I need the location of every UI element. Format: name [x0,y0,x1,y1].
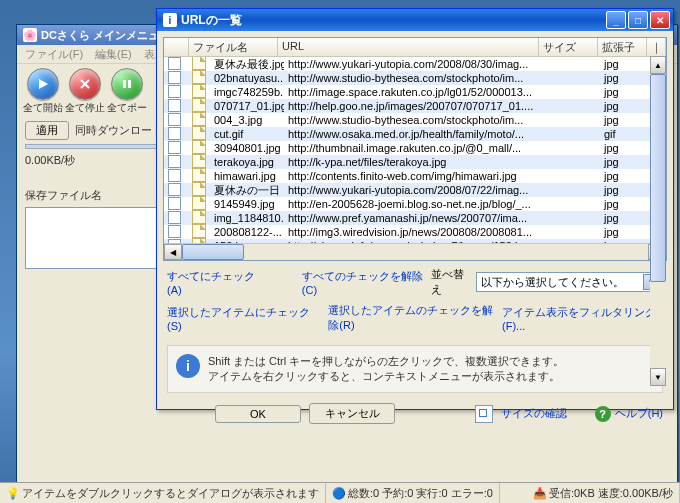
help-link[interactable]: ヘルプ(H) [615,406,663,421]
table-row[interactable]: img_1184810...http://www.pref.yamanashi.… [164,211,666,225]
uncheck-selected-link[interactable]: 選択したアイテムのチェックを解除(R) [328,303,502,333]
menu-file[interactable]: ファイル(F) [25,47,83,62]
listview-header[interactable]: ファイル名 URL サイズ 拡張子 ｜ [164,38,666,57]
svg-rect-3 [123,80,126,88]
row-checkbox[interactable] [168,239,181,244]
table-row[interactable]: 9145949.jpghttp://en-2005628-joemi.blog.… [164,197,666,211]
row-checkbox[interactable] [168,211,181,224]
size-check-link[interactable]: サイズの確認 [501,406,567,421]
cell-ext: jpg [600,198,648,210]
row-checkbox[interactable] [168,57,181,70]
file-icon [192,196,206,210]
uncheck-all-link[interactable]: すべてのチェックを解除(C) [302,269,431,296]
row-checkbox[interactable] [168,169,181,182]
cell-filename: imgc748259b... [210,86,284,98]
table-row[interactable]: 夏休みの一日 ...http://www.yukari-yutopia.com/… [164,183,666,197]
cell-url: http://k-ypa.net/files/terakoya.jpg [284,156,542,168]
table-row[interactable]: imgc748259b...http://image.space.rakuten… [164,85,666,99]
file-icon [192,224,206,238]
table-row[interactable]: himawari.jpghttp://contents.finito-web.c… [164,169,666,183]
status-counts: 総数:0 予約:0 実行:0 エラー:0 [348,486,493,501]
cell-url: http://www.pref.yamanashi.jp/news/200707… [284,212,542,224]
check-all-link[interactable]: すべてにチェック(A) [167,269,264,296]
col-filename[interactable]: ファイル名 [189,38,278,56]
svg-marker-0 [39,79,48,89]
cell-filename: 070717_01.jpg [210,100,284,112]
cell-ext: jpg [600,114,648,126]
cell-url: http://www.studio-bythesea.com/stockphot… [284,72,542,84]
scroll-thumb[interactable] [650,74,666,282]
table-row[interactable]: 02bnatuyasu...http://www.studio-bythesea… [164,71,666,85]
status-bar: 💡アイテムをダブルクリックするとダイアログが表示されます 🔵総数:0 予約:0 … [0,482,680,503]
status-net: 受信:0KB 速度:0.00KB/秒 [549,486,673,501]
maximize-button[interactable]: □ [628,11,648,29]
cell-url: http://help.goo.ne.jp/images/200707/0707… [284,100,542,112]
cancel-button[interactable]: キャンセル [309,403,395,424]
cell-ext: jpg [600,212,648,224]
app-icon: 🌸 [23,28,37,42]
table-row[interactable]: terakoya.jpghttp://k-ypa.net/files/terak… [164,155,666,169]
row-checkbox[interactable] [168,183,181,196]
cell-ext: jpg [600,58,648,70]
scroll-up-icon[interactable]: ▲ [650,56,666,74]
filter-link[interactable]: アイテム表示をフィルタリング(F)... [502,305,663,332]
row-checkbox[interactable] [168,113,181,126]
table-row[interactable]: cut.gifhttp://www.osaka.med.or.jp/health… [164,127,666,141]
cell-url: http://www.studio-bythesea.com/stockphot… [284,114,542,126]
cell-url: http://contents.finito-web.com/img/himaw… [284,170,542,182]
start-all-button[interactable] [27,68,59,100]
url-list-dialog: i URLの一覧 _ □ ✕ ファイル名 URL サイズ 拡張子 ｜ 夏休み最後… [156,8,674,410]
table-row[interactable]: 30940801.jpghttp://thumbnail.image.rakut… [164,141,666,155]
horizontal-scrollbar[interactable]: ◀ ▶ [164,243,666,260]
file-icon [192,84,206,98]
help-icon: ? [595,406,611,422]
row-checkbox[interactable] [168,197,181,210]
row-checkbox[interactable] [168,85,181,98]
info-line1: Shift または Ctrl キーを押しながらの左クリックで、複数選択できます。 [208,354,564,369]
row-checkbox[interactable] [168,141,181,154]
sort-combo[interactable]: 以下から選択してください。 ▼ [476,272,663,292]
hscroll-thumb[interactable] [182,244,244,260]
main-title: DCさくら メインメニュー [41,28,170,43]
col-ext[interactable]: 拡張子 [598,38,647,56]
col-r[interactable]: ｜ [647,38,666,56]
cell-filename: 30940801.jpg [210,142,284,154]
dialog-titlebar[interactable]: i URLの一覧 _ □ ✕ [157,9,673,31]
table-row[interactable]: 200808122-...http://img3.wiredvision.jp/… [164,225,666,239]
cell-filename: terakoya.jpg [210,156,284,168]
sort-label: 並べ替え [431,267,472,297]
scroll-left-icon[interactable]: ◀ [164,244,182,260]
pause-all-button[interactable] [111,68,143,100]
row-checkbox[interactable] [168,155,181,168]
table-row[interactable]: 004_3.jpghttp://www.studio-bythesea.com/… [164,113,666,127]
info-icon: i [176,354,200,378]
cell-filename: 200808122-... [210,226,284,238]
url-listview[interactable]: ファイル名 URL サイズ 拡張子 ｜ 夏休み最後.jpghttp://www.… [163,37,667,261]
table-row[interactable]: 153.jpghttp://pigeon.info/manga/zuboler_… [164,239,666,243]
vertical-scrollbar[interactable]: ▲ ▼ [650,56,666,386]
row-checkbox[interactable] [168,71,181,84]
row-checkbox[interactable] [168,127,181,140]
ok-button[interactable]: OK [215,405,301,423]
speed-value: 0.00KB/秒 [25,153,75,168]
check-selected-link[interactable]: 選択したアイテムにチェック(S) [167,305,310,332]
row-checkbox[interactable] [168,99,181,112]
scroll-down-icon[interactable]: ▼ [650,368,666,386]
col-size[interactable]: サイズ [539,38,598,56]
apply-button[interactable]: 適用 [25,121,69,140]
cell-filename: img_1184810... [210,212,284,224]
minimize-button[interactable]: _ [606,11,626,29]
cell-url: http://thumbnail.image.rakuten.co.jp/@0_… [284,142,542,154]
cell-ext: jpg [600,156,648,168]
col-url[interactable]: URL [278,38,539,56]
close-button[interactable]: ✕ [650,11,670,29]
row-checkbox[interactable] [168,225,181,238]
cell-filename: 153.jpg [210,240,284,243]
table-row[interactable]: 夏休み最後.jpghttp://www.yukari-yutopia.com/2… [164,57,666,71]
menu-edit[interactable]: 編集(E) [95,47,132,62]
table-row[interactable]: 070717_01.jpghttp://help.goo.ne.jp/image… [164,99,666,113]
stop-all-button[interactable] [69,68,101,100]
status-tip: アイテムをダブルクリックするとダイアログが表示されます [22,486,319,501]
info-line2: アイテムを右クリックすると、コンテキストメニューが表示されます。 [208,369,564,384]
file-icon [192,112,206,126]
